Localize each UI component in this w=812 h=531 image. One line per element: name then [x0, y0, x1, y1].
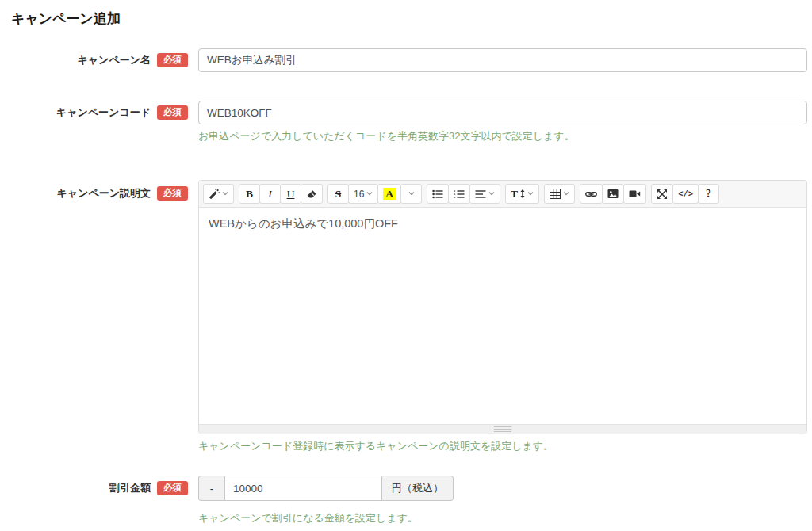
font-color-button[interactable]: A [377, 184, 401, 204]
font-size-value: 16 [354, 189, 364, 200]
unordered-list-icon [432, 189, 443, 199]
campaign-description-label: キャンペーン説明文 [56, 186, 151, 201]
style-button[interactable] [203, 184, 234, 204]
discount-amount-control: - 円（税込） キャンペーンで割引になる金額を設定します。 [198, 476, 807, 525]
video-icon [629, 189, 641, 198]
editor-statusbar[interactable] [199, 424, 806, 434]
chevron-down-icon [408, 192, 415, 196]
codeview-button[interactable]: </> [672, 184, 699, 204]
line-height-group: T [505, 184, 539, 204]
campaign-add-page: キャンペーン追加 キャンペーン名 必須 キャンペーンコード 必須 お申込ページで… [0, 10, 812, 531]
style-group [203, 184, 234, 204]
campaign-code-control: お申込ページで入力していただくコードを半角英数字32文字以内で設定します。 [198, 101, 807, 143]
campaign-name-input[interactable] [198, 48, 807, 72]
fullscreen-button[interactable] [651, 184, 673, 204]
clear-format-button[interactable] [301, 184, 323, 204]
paragraph-group [427, 184, 500, 204]
discount-amount-label: 割引金額 [109, 481, 151, 495]
paragraph-align-dropdown[interactable] [469, 184, 500, 204]
discount-amount-label-group: 割引金額 必須 [0, 476, 198, 501]
campaign-description-label-group: キャンペーン説明文 必須 [0, 180, 198, 207]
minus-prefix-addon: - [198, 476, 224, 501]
chevron-down-icon [527, 192, 534, 196]
discount-amount-helper-text: キャンペーンで割引になる金額を設定します。 [198, 511, 807, 525]
editor-toolbar: B I U S 16 A [199, 181, 806, 208]
table-dropdown[interactable] [544, 184, 575, 204]
view-group: </> ? [651, 184, 719, 204]
italic-button[interactable]: I [259, 184, 281, 204]
ordered-list-button[interactable] [448, 184, 470, 204]
codeview-icon: </> [678, 189, 693, 199]
table-group [544, 184, 575, 204]
font-color-dropdown[interactable] [400, 184, 422, 204]
discount-amount-input[interactable] [224, 476, 382, 501]
insert-group [580, 184, 646, 204]
yen-tax-included-suffix-addon: 円（税込） [382, 476, 454, 501]
campaign-name-label: キャンペーン名 [77, 53, 151, 67]
video-button[interactable] [623, 184, 646, 204]
strikethrough-button[interactable]: S [327, 184, 349, 204]
editor-content-text: WEBからのお申込みで10,000円OFF [209, 216, 797, 233]
campaign-code-label-group: キャンペーンコード 必須 [0, 101, 198, 124]
font-color-icon: A [383, 188, 396, 201]
italic-icon: I [268, 189, 272, 200]
page-title: キャンペーン追加 [11, 10, 812, 27]
help-button[interactable]: ? [698, 184, 719, 204]
eraser-icon [306, 189, 317, 200]
chevron-down-icon [563, 192, 569, 196]
required-badge: 必須 [157, 105, 188, 120]
discount-amount-input-group: - 円（税込） [198, 476, 454, 501]
table-icon [550, 189, 561, 199]
rich-text-editor: B I U S 16 A [198, 180, 807, 434]
form-row-campaign-description: キャンペーン説明文 必須 B I U [0, 180, 812, 453]
font-extra-group: S 16 A [327, 184, 422, 204]
picture-icon [607, 189, 619, 199]
form-row-campaign-name: キャンペーン名 必須 [0, 48, 812, 72]
campaign-name-label-group: キャンペーン名 必須 [0, 48, 198, 72]
bold-button[interactable]: B [239, 184, 260, 204]
unordered-list-button[interactable] [427, 184, 449, 204]
underline-button[interactable]: U [280, 184, 301, 204]
align-paragraph-icon [475, 189, 486, 199]
underline-icon: U [287, 189, 295, 200]
magic-wand-icon [209, 189, 220, 200]
link-button[interactable] [580, 184, 603, 204]
bold-icon: B [246, 189, 253, 200]
chevron-down-icon [222, 192, 228, 196]
form-row-campaign-code: キャンペーンコード 必須 お申込ページで入力していただくコードを半角英数字32文… [0, 101, 812, 143]
ordered-list-icon [454, 189, 465, 199]
chevron-down-icon [488, 192, 495, 196]
campaign-description-control: B I U S 16 A [198, 180, 807, 453]
font-style-group: B I U [239, 184, 323, 204]
line-height-dropdown[interactable]: T [505, 184, 539, 204]
form-row-discount-amount: 割引金額 必須 - 円（税込） キャンペーンで割引になる金額を設定します。 [0, 476, 812, 525]
fullscreen-icon [657, 189, 668, 200]
strikethrough-icon: S [335, 189, 342, 200]
campaign-code-helper-text: お申込ページで入力していただくコードを半角英数字32文字以内で設定します。 [198, 129, 807, 143]
required-badge: 必須 [157, 186, 188, 201]
help-icon: ? [706, 189, 711, 200]
chevron-down-icon [366, 192, 373, 196]
campaign-code-label: キャンペーンコード [56, 105, 151, 120]
line-height-icon: T [511, 189, 518, 200]
font-size-dropdown[interactable]: 16 [348, 184, 378, 204]
link-icon [585, 190, 597, 198]
vertical-arrows-icon [520, 189, 525, 198]
campaign-code-input[interactable] [198, 101, 807, 124]
campaign-description-helper-text: キャンペーンコード登録時に表示するキャンペーンの説明文を設定します。 [198, 439, 807, 453]
required-badge: 必須 [157, 53, 188, 68]
picture-button[interactable] [602, 184, 624, 204]
campaign-name-control [198, 48, 807, 72]
editor-content-area[interactable]: WEBからのお申込みで10,000円OFF [199, 208, 806, 424]
resize-handle-icon[interactable] [494, 425, 511, 434]
required-badge: 必須 [157, 481, 188, 496]
